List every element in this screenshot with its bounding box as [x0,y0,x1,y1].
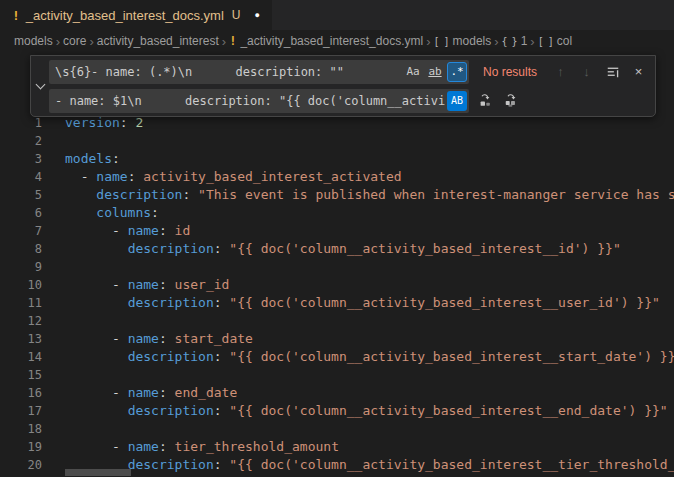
breadcrumb-label: _activity_based_interest_docs.yml [240,34,423,48]
line-number[interactable]: 10 [0,276,42,294]
replace-row: - name: $1\n description: "{{ doc('colum… [49,88,649,113]
horizontal-scrollbar[interactable] [65,469,131,476]
breadcrumb-separator-icon: › [527,34,537,49]
preserve-case-button[interactable]: AB [447,91,467,111]
vscode-window: ! _activity_based_interest_docs.yml U ● … [0,0,674,477]
match-case-button[interactable]: Aa [403,62,423,82]
breadcrumb-item[interactable]: [ ]col [538,34,572,48]
code-text: - name: user_id [42,276,229,294]
breadcrumb-item[interactable]: [ ]models [433,34,491,48]
replace-input-value: - name: $1\n description: "{{ doc('colum… [55,94,445,108]
code-text: - name: id [42,222,190,240]
tab-filename: _activity_based_interest_docs.yml [26,8,224,23]
line-number[interactable]: 13 [0,330,42,348]
code-line[interactable]: 18 [0,420,674,438]
line-number[interactable]: 9 [0,258,42,276]
modified-dot-icon[interactable]: ● [255,10,260,20]
previous-match-button[interactable]: ↑ [550,61,571,82]
find-in-selection-icon [606,65,620,79]
whole-word-button[interactable]: ab [425,62,445,82]
line-number[interactable]: 19 [0,438,42,456]
code-line[interactable]: 13 - name: start_date [0,330,674,348]
code-line[interactable]: 12 [0,312,674,330]
code-line[interactable]: 6 columns: [0,204,674,222]
code-line[interactable]: 3models: [0,150,674,168]
line-number[interactable]: 4 [0,168,42,186]
find-replace-widget: \s{6}- name: (.*)\n description: "" Aa a… [30,55,656,117]
code-text: description: "{{ doc('column__activity_b… [42,348,674,366]
find-row: \s{6}- name: (.*)\n description: "" Aa a… [49,59,649,84]
breadcrumb-label: activity_based_interest [97,34,219,48]
code-text: - name: tier_threshold_amount [42,438,339,456]
breadcrumb-item[interactable]: !_activity_based_interest_docs.yml [229,34,423,48]
code-line[interactable]: 10 - name: user_id [0,276,674,294]
line-number[interactable]: 20 [0,456,42,474]
find-in-selection-button[interactable] [602,61,623,82]
code-text: - name: start_date [42,330,253,348]
line-number[interactable]: 16 [0,384,42,402]
code-text: description: "This event is published wh… [42,186,674,204]
code-text [42,366,65,384]
breadcrumb-item[interactable]: core [63,34,86,48]
replace-icon [478,94,492,108]
code-line[interactable]: 7 - name: id [0,222,674,240]
breadcrumb-label: models [14,34,53,48]
code-text [42,258,65,276]
symbol-icon: { } [502,36,517,47]
find-status: No results [483,65,537,79]
yaml-file-icon: ! [229,34,236,48]
code-line[interactable]: 2 [0,132,674,150]
next-match-button[interactable]: ↓ [576,61,597,82]
line-number[interactable]: 12 [0,312,42,330]
code-text: columns: [42,204,159,222]
code-line[interactable]: 11 description: "{{ doc('column__activit… [0,294,674,312]
line-number[interactable]: 6 [0,204,42,222]
code-line[interactable]: 8 description: "{{ doc('column__activity… [0,240,674,258]
regex-button[interactable]: .* [447,62,467,82]
line-number[interactable]: 2 [0,132,42,150]
line-number[interactable]: 15 [0,366,42,384]
git-status-badge: U [232,8,241,22]
replace-button[interactable] [474,90,495,111]
code-line[interactable]: 14 description: "{{ doc('column__activit… [0,348,674,366]
chevron-down-icon [35,79,45,89]
code-text: - name: activity_based_interest_activate… [42,168,402,186]
tab-bar: ! _activity_based_interest_docs.yml U ● [0,0,674,30]
breadcrumb-item[interactable]: { }1 [502,34,528,48]
breadcrumb-item[interactable]: activity_based_interest [97,34,219,48]
replace-all-icon [504,94,518,108]
breadcrumb-separator-icon: › [491,34,501,49]
code-line[interactable]: 5 description: "This event is published … [0,186,674,204]
code-text: description: "{{ doc('column__activity_b… [42,456,674,474]
line-number[interactable]: 14 [0,348,42,366]
line-number[interactable]: 11 [0,294,42,312]
symbol-icon: [ ] [433,36,448,47]
code-text: models: [42,150,120,168]
line-number[interactable]: 3 [0,150,42,168]
code-line[interactable]: 17 description: "{{ doc('column__activit… [0,402,674,420]
toggle-replace-button[interactable] [31,59,49,113]
line-number[interactable]: 7 [0,222,42,240]
code-line[interactable]: 4 - name: activity_based_interest_activa… [0,168,674,186]
find-input[interactable]: \s{6}- name: (.*)\n description: "" Aa a… [49,60,469,84]
editor-tab[interactable]: ! _activity_based_interest_docs.yml U ● [0,0,272,30]
breadcrumb-label: models [453,34,492,48]
breadcrumb-item[interactable]: models [14,34,53,48]
code-text: description: "{{ doc('column__activity_b… [42,402,668,420]
line-number[interactable]: 18 [0,420,42,438]
replace-all-button[interactable] [500,90,521,111]
code-text: - name: end_date [42,384,237,402]
code-line[interactable]: 19 - name: tier_threshold_amount [0,438,674,456]
code-line[interactable]: 15 [0,366,674,384]
replace-input[interactable]: - name: $1\n description: "{{ doc('colum… [49,89,469,113]
line-number[interactable]: 5 [0,186,42,204]
breadcrumb: models›core›activity_based_interest›!_ac… [0,30,674,52]
code-line[interactable]: 16 - name: end_date [0,384,674,402]
breadcrumb-separator-icon: › [423,34,433,49]
line-number[interactable]: 8 [0,240,42,258]
code-line[interactable]: 9 [0,258,674,276]
line-number[interactable]: 17 [0,402,42,420]
breadcrumb-label: core [63,34,86,48]
close-button[interactable]: × [628,61,649,82]
code-text: description: "{{ doc('column__activity_b… [42,240,621,258]
